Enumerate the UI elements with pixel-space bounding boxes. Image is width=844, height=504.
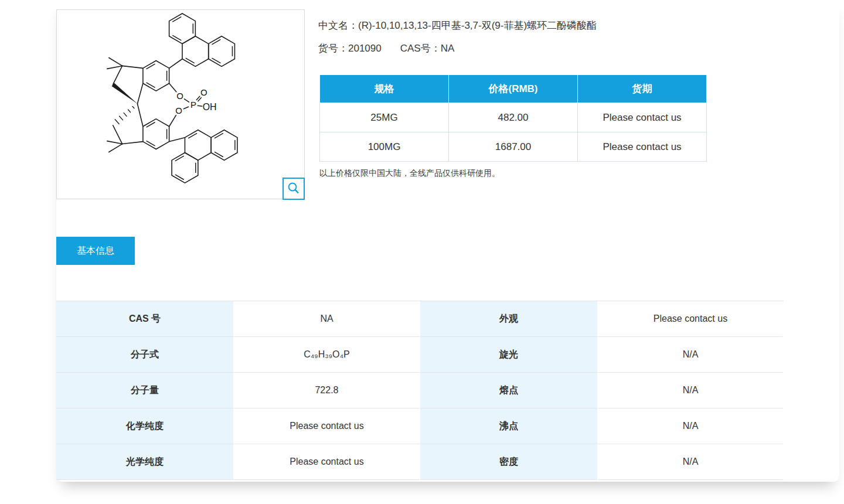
product-name: (R)-10,10,13,13-四甲基-3,7-双(9-菲基)螺环二酚磷酸酯	[358, 20, 597, 31]
product-name-line: 中文名：(R)-10,10,13,13-四甲基-3,7-双(9-菲基)螺环二酚磷…	[318, 19, 597, 32]
svg-text:O: O	[176, 91, 183, 101]
info-label: 分子量	[56, 373, 234, 408]
info-value: Please contact us	[234, 408, 420, 444]
pricing-note: 以上价格仅限中国大陆，全线产品仅供科研使用。	[319, 168, 707, 179]
info-label: CAS 号	[56, 301, 234, 337]
info-label: 分子式	[56, 337, 234, 373]
image-zoom-button[interactable]	[283, 178, 305, 200]
cas-label: CAS号：	[400, 43, 441, 54]
info-row: 分子量 722.8 熔点 N/A	[56, 373, 784, 408]
info-label: 旋光	[420, 337, 598, 373]
info-label: 熔点	[420, 373, 598, 408]
info-value: Please contact us	[598, 301, 784, 337]
pricing-header-price: 价格(RMB)	[449, 75, 578, 103]
info-value: N/A	[598, 408, 784, 444]
info-label: 沸点	[420, 408, 598, 444]
magnifier-icon	[286, 181, 301, 196]
cas-value: NA	[441, 43, 455, 54]
info-label: 光学纯度	[56, 444, 234, 480]
product-name-label: 中文名：	[318, 20, 358, 31]
svg-text:P: P	[190, 100, 196, 110]
pricing-row: 25MG 482.00 Please contact us	[320, 103, 707, 132]
svg-text:O: O	[200, 88, 207, 97]
spec-cell: 100MG	[320, 132, 449, 162]
info-label: 密度	[420, 444, 598, 480]
product-code-line: 货号：201090CAS号：NA	[318, 42, 454, 55]
pricing-section: 规格 价格(RMB) 货期 25MG 482.00 Please contact…	[319, 74, 707, 179]
info-label: 化学纯度	[56, 408, 234, 444]
info-label: 外观	[420, 301, 598, 337]
info-value: Please contact us	[234, 444, 420, 480]
item-no-label: 货号：	[318, 43, 348, 54]
info-row: 化学纯度 Please contact us 沸点 N/A	[56, 408, 784, 444]
spec-cell: 25MG	[320, 103, 449, 132]
svg-text:O: O	[175, 106, 182, 115]
product-structure-image: OOPOOH	[56, 9, 305, 199]
pricing-header-row: 规格 价格(RMB) 货期	[320, 75, 707, 103]
info-value: C₄₉H₃₉O₄P	[234, 337, 420, 373]
molecule-structure-drawing: OOPOOH	[57, 10, 304, 199]
info-value: NA	[234, 301, 420, 337]
info-value: 722.8	[234, 373, 420, 408]
info-row: CAS 号 NA 外观 Please contact us	[56, 301, 784, 337]
tab-basic-info[interactable]: 基本信息	[56, 237, 135, 265]
delivery-cell: Please contact us	[578, 132, 707, 162]
info-value: N/A	[598, 444, 784, 480]
pricing-row: 100MG 1687.00 Please contact us	[320, 132, 707, 162]
price-cell: 482.00	[449, 103, 578, 132]
info-value: N/A	[598, 373, 784, 408]
svg-text:OH: OH	[203, 102, 217, 112]
product-detail-card: OOPOOH 中文名：(R)-10,10,13,13-四甲基-3,7-双(9-菲…	[56, 0, 839, 482]
pricing-header-spec: 规格	[320, 75, 449, 103]
pricing-table: 规格 价格(RMB) 货期 25MG 482.00 Please contact…	[319, 74, 707, 162]
info-value: N/A	[598, 337, 784, 373]
info-row: 光学纯度 Please contact us 密度 N/A	[56, 444, 784, 480]
item-no-value: 201090	[348, 43, 382, 54]
basic-info-section: CAS 号 NA 外观 Please contact us 分子式 C₄₉H₃₉…	[56, 301, 784, 480]
info-row: 分子式 C₄₉H₃₉O₄P 旋光 N/A	[56, 337, 784, 373]
basic-info-table: CAS 号 NA 外观 Please contact us 分子式 C₄₉H₃₉…	[56, 301, 784, 480]
pricing-header-delivery: 货期	[578, 75, 707, 103]
price-cell: 1687.00	[449, 132, 578, 162]
delivery-cell: Please contact us	[578, 103, 707, 132]
